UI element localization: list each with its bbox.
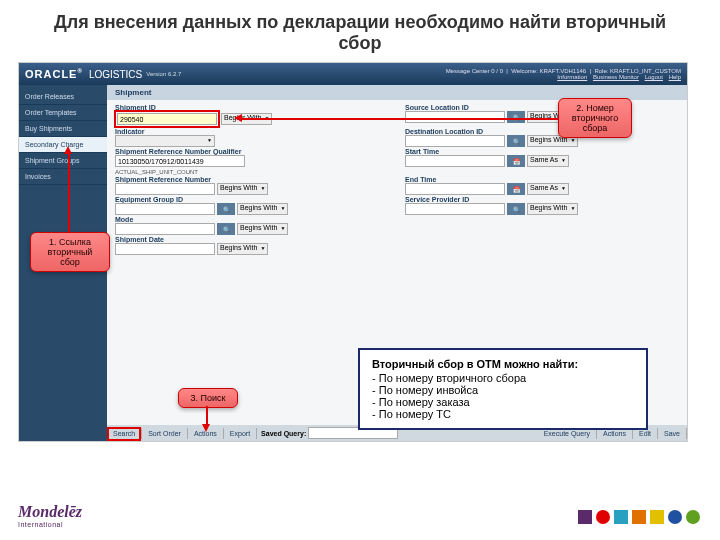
label-shipment-date: Shipment Date [115,236,365,243]
calendar-end-time[interactable]: 📅 [507,183,525,195]
ref-qualifier-hint: ACTUAL_SHIP_UNIT_COUNT [115,169,198,175]
arrow-3-head [202,424,210,432]
label-ref-number: Shipment Reference Number [115,176,365,183]
callout-3: 3. Поиск [178,388,238,408]
lookup-service-provider[interactable]: 🔍 [507,203,525,215]
info-box: Вторичный сбор в OTM можно найти: По ном… [358,348,648,430]
select-indicator[interactable] [115,135,215,147]
footer-icon-4 [632,510,646,524]
message-center[interactable]: Message Center 0 / 0 [446,68,503,74]
select-equipment-group-op[interactable]: Begins With [237,203,288,215]
label-start-time: Start Time [405,148,655,155]
footer-icon-row [578,510,700,524]
info-item: По номеру заказа [372,396,634,408]
input-equipment-group[interactable] [115,203,215,215]
footer-icon-3 [614,510,628,524]
select-shipment-date-op[interactable]: Begins With [217,243,268,255]
footer-icon-1 [578,510,592,524]
input-shipment-id[interactable] [117,113,217,125]
select-mode-op[interactable]: Begins With [237,223,288,235]
arrow-2-head [234,114,242,122]
info-item: По номеру вторичного сбора [372,372,634,384]
input-ref-number[interactable] [115,183,215,195]
input-source-location[interactable] [405,111,505,123]
lookup-dest-location[interactable]: 🔍 [507,135,525,147]
label-end-time: End Time [405,176,655,183]
export-button[interactable]: Export [224,428,257,439]
input-start-time[interactable] [405,155,505,167]
input-end-time[interactable] [405,183,505,195]
lookup-source-location[interactable]: 🔍 [507,111,525,123]
label-service-provider: Service Provider ID [405,196,655,203]
arrow-1-head [64,146,72,154]
saved-query-label: Saved Query: [261,430,306,437]
version-label: Version 6.2.7 [146,71,181,77]
search-highlight-box [107,427,141,441]
slide-title: Для внесения данных по декларации необхо… [0,0,720,62]
footer-icon-7 [686,510,700,524]
label-equipment-group: Equipment Group ID [115,196,365,203]
label-ref-qualifier: Shipment Reference Number Qualifier [115,148,365,155]
link-information[interactable]: Information [557,74,587,80]
mondelez-logo: Mondelēz International [18,503,82,528]
brand-logo: ORACLE® [25,68,83,80]
input-ref-qualifier[interactable] [115,155,245,167]
footer-icon-5 [650,510,664,524]
callout-1: 1. Ссылка вторичный сбор [30,232,110,272]
lookup-equipment-group[interactable]: 🔍 [217,203,235,215]
link-business-monitor[interactable]: Business Monitor [593,74,639,80]
info-item: По номеру ТС [372,408,634,420]
info-title: Вторичный сбор в OTM можно найти: [372,358,634,370]
input-service-provider[interactable] [405,203,505,215]
select-start-time-op[interactable]: Same As [527,155,569,167]
link-help[interactable]: Help [669,74,681,80]
sidebar-item-buy-shipments[interactable]: Buy Shipments [19,121,107,137]
sidebar-item-order-templates[interactable]: Order Templates [19,105,107,121]
link-logout[interactable]: Logout [645,74,663,80]
select-service-provider-op[interactable]: Begins With [527,203,578,215]
top-bar: ORACLE® LOGISTICS Version 6.2.7 Message … [19,63,687,85]
info-item: По номеру инвойса [372,384,634,396]
label-mode: Mode [115,216,365,223]
select-end-time-op[interactable]: Same As [527,183,569,195]
input-shipment-date[interactable] [115,243,215,255]
product-name: LOGISTICS [89,69,142,80]
lookup-mode[interactable]: 🔍 [217,223,235,235]
header-right: Message Center 0 / 0 | Welcome: KRAFT.VD… [446,68,681,80]
input-mode[interactable] [115,223,215,235]
sidebar-item-order-releases[interactable]: Order Releases [19,89,107,105]
arrow-2 [240,118,558,120]
label-indicator: Indicator [115,128,365,135]
select-ref-number-op[interactable]: Begins With [217,183,268,195]
sort-order-button[interactable]: Sort Order [142,428,188,439]
footer-icon-6 [668,510,682,524]
callout-2: 2. Номер вторичного сбора [558,98,632,138]
sidebar-item-secondary-charge[interactable]: Secondary Charge [19,137,107,153]
sidebar-item-invoices[interactable]: Invoices [19,169,107,185]
sidebar-item-shipment-groups[interactable]: Shipment Groups [19,153,107,169]
calendar-start-time[interactable]: 📅 [507,155,525,167]
arrow-1 [68,152,70,232]
footer-icon-2 [596,510,610,524]
input-dest-location[interactable] [405,135,505,147]
save-button[interactable]: Save [658,428,687,439]
arrow-3 [206,406,208,426]
